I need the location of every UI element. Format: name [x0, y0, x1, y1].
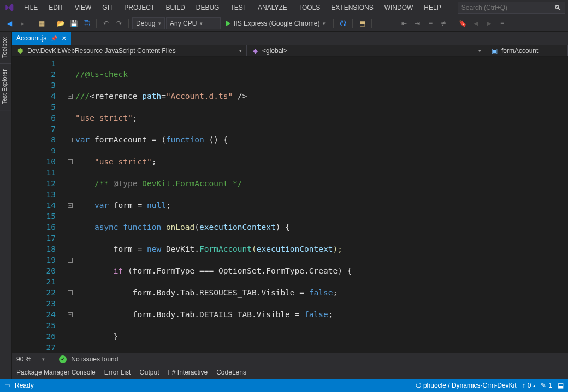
code-text: formAccount = (	[90, 135, 166, 144]
chevron-down-icon[interactable]: ▾	[42, 357, 45, 362]
code-text: function	[166, 135, 204, 144]
menu-debug[interactable]: DEBUG	[191, 2, 225, 14]
menu-analyze[interactable]: ANALYZE	[252, 2, 293, 14]
code-text: ) {	[276, 223, 290, 231]
menu-help[interactable]: HELP	[418, 2, 446, 14]
type-scope-dropdown[interactable]: ◆ <global> ▾	[247, 45, 486, 56]
next-bookmark-button[interactable]: ►	[483, 17, 495, 29]
separator	[96, 19, 97, 28]
tab-codelens[interactable]: CodeLens	[216, 369, 246, 376]
member-dropdown[interactable]: ▣ formAccount	[486, 45, 568, 56]
code-text: );	[333, 245, 342, 253]
code-text: (	[194, 223, 199, 231]
test-explorer-tab[interactable]: Test Explorer	[0, 64, 11, 110]
code-text: var	[94, 201, 109, 210]
code-content[interactable]: //@ts-check ///<reference path="Account.…	[73, 57, 568, 353]
close-icon[interactable]: ×	[62, 34, 66, 43]
project-scope-dropdown[interactable]: ⬢ Dev.DevKit.WebResource JavaScript Cont…	[12, 45, 247, 56]
type-scope-label: <global>	[262, 47, 287, 55]
menu-bar: FILE EDIT VIEW GIT PROJECT BUILD DEBUG T…	[0, 0, 568, 15]
member-label: formAccount	[501, 47, 538, 55]
code-text: "use strict"	[75, 114, 133, 122]
separator	[352, 19, 353, 28]
code-text: @type	[114, 179, 138, 188]
status-changes[interactable]: ✎ 1	[541, 382, 552, 389]
code-text: ///	[75, 92, 90, 100]
scope-icon: ◆	[251, 47, 259, 55]
code-text: "use strict"	[94, 157, 152, 166]
configuration-dropdown[interactable]: Debug ▾	[132, 17, 165, 29]
search-input[interactable]	[461, 4, 554, 11]
tab-package-manager-console[interactable]: Package Manager Console	[16, 369, 96, 376]
code-editor[interactable]: 1234 5678 9101112 13141516 17181920 2122…	[12, 57, 568, 353]
side-tab-strip: Toolbox Test Explorer	[0, 32, 12, 379]
status-outgoing[interactable]: ↑ 0 ▴	[522, 382, 536, 389]
status-repo[interactable]: ⎔ phuocle / Dynamics-Crm-DevKit	[416, 382, 517, 389]
platform-dropdown[interactable]: Any CPU ▾	[166, 17, 221, 29]
indent-right-button[interactable]: ⇥	[411, 17, 423, 29]
back-button[interactable]: ◀	[3, 17, 15, 29]
code-text: executionContext	[257, 245, 333, 253]
code-text: form =	[114, 245, 147, 253]
notifications-icon[interactable]: ⬓	[558, 382, 564, 389]
menu-extensions[interactable]: EXTENSIONS	[326, 2, 378, 14]
code-text: var	[75, 135, 90, 144]
code-text: =	[161, 92, 166, 100]
code-text: "Account.d.ts"	[166, 92, 233, 100]
menu-tools[interactable]: TOOLS	[293, 2, 326, 14]
folding-column[interactable]: − − − − − − −	[67, 57, 73, 353]
menu-file[interactable]: FILE	[19, 2, 43, 14]
save-all-button[interactable]: ⿻	[81, 17, 93, 29]
zoom-level[interactable]: 90 %	[16, 355, 31, 363]
redo-button[interactable]: ↷	[113, 17, 125, 29]
separator	[51, 19, 51, 28]
tab-fsharp-interactive[interactable]: F# Interactive	[168, 369, 208, 376]
platform-value: Any CPU	[170, 20, 197, 27]
indent-left-button[interactable]: ⇤	[398, 17, 410, 29]
menu-git[interactable]: GIT	[97, 2, 119, 14]
code-text: }	[114, 332, 119, 341]
code-text: path	[142, 92, 161, 100]
project-scope-label: Dev.DevKit.WebResource JavaScript Conten…	[27, 47, 176, 55]
toolbox-tab[interactable]: Toolbox	[0, 32, 11, 64]
refresh-button[interactable]: 🗘	[337, 17, 349, 29]
tab-output[interactable]: Output	[139, 369, 159, 376]
run-target-label: IIS Express (Google Chrome)	[234, 20, 319, 27]
quick-search[interactable]: 🔍︎	[458, 2, 565, 14]
menu-view[interactable]: VIEW	[69, 2, 97, 14]
toolbar-overflow-button[interactable]: ≡	[496, 17, 508, 29]
comment-button[interactable]: ≡	[424, 17, 436, 29]
save-button[interactable]: 💾	[68, 17, 80, 29]
status-outgoing-count: 0	[528, 382, 531, 389]
github-icon: ⎔	[416, 382, 421, 389]
chevron-down-icon: ▾	[239, 48, 242, 54]
pin-icon[interactable]: 📌	[51, 35, 57, 41]
tab-error-list[interactable]: Error List	[104, 369, 131, 376]
code-text: if	[114, 266, 123, 275]
menu-window[interactable]: WINDOW	[379, 2, 419, 14]
member-icon: ▣	[490, 47, 498, 55]
browser-link-button[interactable]: ⬒	[356, 17, 368, 29]
file-tab-account-js[interactable]: Account.js 📌 ×	[12, 32, 71, 45]
editor-area: Account.js 📌 × ⬢ Dev.DevKit.WebResource …	[12, 32, 568, 379]
menu-test[interactable]: TEST	[224, 2, 252, 14]
code-text: DevKit.	[161, 245, 199, 253]
arrow-up-icon: ↑	[522, 382, 525, 389]
open-file-button[interactable]: 📂	[55, 17, 67, 29]
search-icon: 🔍︎	[554, 4, 561, 12]
bookmark-button[interactable]: 🔖	[457, 17, 469, 29]
uncomment-button[interactable]: ≢	[437, 17, 449, 29]
navigation-bar: ⬢ Dev.DevKit.WebResource JavaScript Cont…	[12, 45, 568, 57]
account-name[interactable]: Dev.D	[565, 2, 568, 14]
undo-button[interactable]: ↶	[100, 17, 112, 29]
menu-build[interactable]: BUILD	[160, 2, 190, 14]
project-icon: ⬢	[16, 47, 24, 55]
menu-edit[interactable]: EDIT	[43, 2, 69, 14]
forward-button[interactable]: ▸	[16, 17, 28, 29]
prev-bookmark-button[interactable]: ◄	[470, 17, 482, 29]
new-project-button[interactable]: ▦	[36, 17, 48, 29]
issues-label[interactable]: No issues found	[71, 355, 118, 363]
chevron-down-icon: ▾	[158, 21, 161, 26]
start-debugging-button[interactable]: IIS Express (Google Chrome) ▾	[222, 17, 330, 29]
menu-project[interactable]: PROJECT	[119, 2, 160, 14]
